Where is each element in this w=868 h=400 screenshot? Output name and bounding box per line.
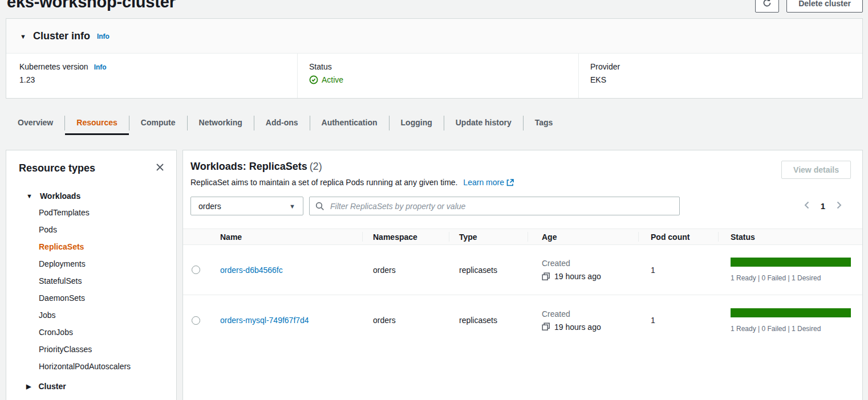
replicasets-table: Name Namespace Type Age Pod count Status… xyxy=(183,228,862,345)
page-header: eks-workshop-cluster Delete cluster xyxy=(0,0,868,13)
delete-cluster-button[interactable]: Delete cluster xyxy=(786,0,863,13)
status-field: Status Active xyxy=(297,54,578,98)
sidebar-item-replicasets[interactable]: ReplicaSets xyxy=(6,238,176,255)
kubernetes-version-label: Kubernetes version xyxy=(19,62,88,71)
status-cell: 1 Ready | 0 Failed | 1 Desired xyxy=(718,258,862,282)
table-row: orders-mysql-749f67f7d4 orders replicase… xyxy=(183,295,862,345)
chevron-right-icon: ▶ xyxy=(26,383,31,390)
status-bar xyxy=(731,308,851,317)
age-cell: Created 19 hours ago xyxy=(528,259,638,281)
namespace-cell: orders xyxy=(362,266,449,275)
resource-types-sidebar: Resource types ▼ Workloads PodTemplates … xyxy=(6,150,177,400)
kubernetes-version-field: Kubernetes version Info 1.23 xyxy=(6,54,297,98)
sidebar-title: Resource types xyxy=(19,162,95,174)
learn-more-link[interactable]: Learn more xyxy=(463,178,514,187)
sidebar-item-cronjobs[interactable]: CronJobs xyxy=(6,324,176,341)
age-cell: Created 19 hours ago xyxy=(528,309,638,332)
copy-icon[interactable] xyxy=(542,272,550,281)
view-details-button[interactable]: View details xyxy=(781,161,851,179)
tab-authentication[interactable]: Authentication xyxy=(310,111,389,134)
chevron-down-icon: ▼ xyxy=(20,33,26,40)
tab-add-ons[interactable]: Add-ons xyxy=(254,111,310,134)
status-text: 1 Ready | 0 Failed | 1 Desired xyxy=(731,325,851,333)
cluster-info-header[interactable]: ▼ Cluster info Info xyxy=(6,19,862,54)
status-bar xyxy=(731,258,851,267)
current-page[interactable]: 1 xyxy=(821,201,825,211)
panel-description: ReplicaSet aims to maintain a set of rep… xyxy=(190,178,457,187)
namespace-cell: orders xyxy=(362,316,449,325)
kubernetes-version-info-link[interactable]: Info xyxy=(94,63,107,71)
caret-down-icon: ▼ xyxy=(289,203,295,210)
resource-tree: ▼ Workloads PodTemplates Pods ReplicaSet… xyxy=(6,191,176,391)
status-cell: 1 Ready | 0 Failed | 1 Desired xyxy=(718,308,862,333)
sidebar-item-statefulsets[interactable]: StatefulSets xyxy=(6,272,176,289)
tab-resources[interactable]: Resources xyxy=(65,111,129,134)
tree-group-workloads[interactable]: ▼ Workloads xyxy=(6,191,176,204)
sidebar-item-pods[interactable]: Pods xyxy=(6,221,176,238)
panel-title: Workloads: ReplicaSets xyxy=(190,161,307,172)
column-header-age: Age xyxy=(528,229,638,244)
item-count: (2) xyxy=(310,161,322,172)
type-cell: replicasets xyxy=(449,266,528,275)
search-input[interactable] xyxy=(329,201,674,211)
sidebar-item-daemonsets[interactable]: DaemonSets xyxy=(6,289,176,307)
row-select-radio[interactable] xyxy=(192,266,200,274)
table-row: orders-d6b4566fc orders replicasets Crea… xyxy=(183,245,862,295)
sidebar-item-horizontalpodautoscalers[interactable]: HorizontalPodAutoscalers xyxy=(6,358,176,375)
search-icon xyxy=(315,202,325,211)
status-label: Status xyxy=(309,62,332,71)
page-title: eks-workshop-cluster xyxy=(7,0,176,10)
tab-update-history[interactable]: Update history xyxy=(444,111,523,134)
chevron-right-icon xyxy=(835,201,843,211)
search-box xyxy=(309,197,680,215)
kubernetes-version-value: 1.23 xyxy=(19,75,286,84)
tab-logging[interactable]: Logging xyxy=(390,111,444,134)
external-link-icon xyxy=(506,179,514,188)
chevron-left-icon xyxy=(803,201,811,211)
column-header-pod-count: Pod count xyxy=(638,229,718,244)
type-cell: replicasets xyxy=(449,316,528,325)
copy-icon[interactable] xyxy=(542,323,550,331)
row-select-radio[interactable] xyxy=(192,316,200,325)
close-sidebar-button[interactable] xyxy=(154,161,166,175)
sidebar-item-jobs[interactable]: Jobs xyxy=(6,307,176,324)
column-header-type: Type xyxy=(449,229,528,244)
tab-overview[interactable]: Overview xyxy=(6,111,64,134)
close-icon xyxy=(155,162,165,174)
tree-group-cluster[interactable]: ▶ Cluster xyxy=(6,382,176,391)
previous-page-button[interactable] xyxy=(802,199,812,213)
provider-field: Provider EKS xyxy=(578,54,862,98)
tab-bar: Overview Resources Compute Networking Ad… xyxy=(6,111,868,134)
tab-tags[interactable]: Tags xyxy=(524,111,565,134)
tree-group-label: Cluster xyxy=(38,382,66,391)
tree-group-label: Workloads xyxy=(40,191,80,201)
check-circle-icon xyxy=(309,75,318,84)
next-page-button[interactable] xyxy=(834,199,844,213)
status-text: 1 Ready | 0 Failed | 1 Desired xyxy=(731,274,851,282)
replicaset-name-link[interactable]: orders-d6b4566fc xyxy=(220,266,283,275)
sidebar-item-priorityclasses[interactable]: PriorityClasses xyxy=(6,341,176,358)
provider-value: EKS xyxy=(590,75,851,84)
status-value: Active xyxy=(322,75,343,84)
pagination: 1 xyxy=(802,199,851,213)
refresh-icon xyxy=(762,0,772,10)
pod-count-cell: 1 xyxy=(638,266,718,275)
replicasets-panel: Workloads: ReplicaSets (2) ReplicaSet ai… xyxy=(182,150,863,400)
replicaset-name-link[interactable]: orders-mysql-749f67f7d4 xyxy=(220,316,309,325)
pod-count-cell: 1 xyxy=(638,316,718,325)
chevron-down-icon: ▼ xyxy=(26,193,33,199)
column-header-status: Status xyxy=(718,229,862,244)
tab-networking[interactable]: Networking xyxy=(188,111,254,134)
column-header-name: Name xyxy=(214,229,362,244)
header-actions: Delete cluster xyxy=(755,0,863,13)
cluster-info-panel: ▼ Cluster info Info Kubernetes version I… xyxy=(6,18,863,99)
dropdown-selected-value: orders xyxy=(198,202,221,211)
cluster-info-info-link[interactable]: Info xyxy=(97,32,109,40)
sidebar-item-deployments[interactable]: Deployments xyxy=(6,255,176,272)
tab-compute[interactable]: Compute xyxy=(129,111,187,134)
sidebar-item-podtemplates[interactable]: PodTemplates xyxy=(6,204,176,221)
refresh-button[interactable] xyxy=(755,0,779,13)
table-header-row: Name Namespace Type Age Pod count Status xyxy=(183,228,862,245)
cluster-info-title: Cluster info xyxy=(33,30,90,42)
namespace-filter-dropdown[interactable]: orders ▼ xyxy=(190,197,303,215)
